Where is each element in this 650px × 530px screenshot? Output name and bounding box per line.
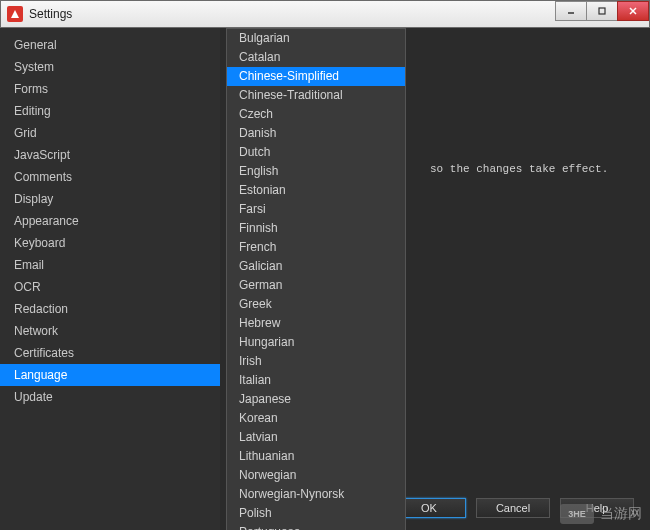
sidebar-item-system[interactable]: System [0,56,220,78]
language-option[interactable]: Galician [227,257,405,276]
language-option[interactable]: Catalan [227,48,405,67]
sidebar-item-editing[interactable]: Editing [0,100,220,122]
sidebar-item-display[interactable]: Display [0,188,220,210]
sidebar-item-redaction[interactable]: Redaction [0,298,220,320]
language-option[interactable]: Korean [227,409,405,428]
sidebar-item-forms[interactable]: Forms [0,78,220,100]
content-area: GeneralSystemFormsEditingGridJavaScriptC… [0,28,650,530]
language-option[interactable]: Chinese-Traditional [227,86,405,105]
sidebar-item-general[interactable]: General [0,34,220,56]
language-option[interactable]: French [227,238,405,257]
app-icon [7,6,23,22]
sidebar-item-language[interactable]: Language [0,364,220,386]
maximize-button[interactable] [586,1,618,21]
restart-hint: so the changes take effect. [430,163,608,175]
language-option[interactable]: Lithuanian [227,447,405,466]
language-option[interactable]: Hungarian [227,333,405,352]
language-option[interactable]: Norwegian [227,466,405,485]
sidebar-item-certificates[interactable]: Certificates [0,342,220,364]
svg-rect-1 [599,8,605,14]
sidebar-item-keyboard[interactable]: Keyboard [0,232,220,254]
language-option[interactable]: Italian [227,371,405,390]
language-option[interactable]: Dutch [227,143,405,162]
language-option[interactable]: German [227,276,405,295]
language-option[interactable]: Danish [227,124,405,143]
settings-sidebar: GeneralSystemFormsEditingGridJavaScriptC… [0,28,220,530]
sidebar-item-ocr[interactable]: OCR [0,276,220,298]
language-option[interactable]: Japanese [227,390,405,409]
sidebar-item-grid[interactable]: Grid [0,122,220,144]
language-option[interactable]: Finnish [227,219,405,238]
cancel-button[interactable]: Cancel [476,498,550,518]
help-button[interactable]: Help [560,498,634,518]
language-option[interactable]: Latvian [227,428,405,447]
language-option[interactable]: Polish [227,504,405,523]
language-option[interactable]: Farsi [227,200,405,219]
language-option[interactable]: Czech [227,105,405,124]
language-option[interactable]: Norwegian-Nynorsk [227,485,405,504]
minimize-button[interactable] [555,1,587,21]
sidebar-item-update[interactable]: Update [0,386,220,408]
sidebar-item-javascript[interactable]: JavaScript [0,144,220,166]
close-button[interactable] [617,1,649,21]
sidebar-item-network[interactable]: Network [0,320,220,342]
language-option[interactable]: Greek [227,295,405,314]
dialog-button-bar: OK Cancel Help [392,498,634,518]
sidebar-item-comments[interactable]: Comments [0,166,220,188]
sidebar-item-email[interactable]: Email [0,254,220,276]
language-option[interactable]: Chinese-Simplified [227,67,405,86]
sidebar-item-appearance[interactable]: Appearance [0,210,220,232]
language-option[interactable]: Hebrew [227,314,405,333]
language-dropdown[interactable]: BulgarianCatalanChinese-SimplifiedChines… [226,28,406,530]
window-title: Settings [29,7,556,21]
window-controls [556,1,649,27]
language-option[interactable]: Estonian [227,181,405,200]
language-option[interactable]: Portuguese [227,523,405,530]
language-option[interactable]: English [227,162,405,181]
language-option[interactable]: Irish [227,352,405,371]
language-option[interactable]: Bulgarian [227,29,405,48]
titlebar: Settings [0,0,650,28]
